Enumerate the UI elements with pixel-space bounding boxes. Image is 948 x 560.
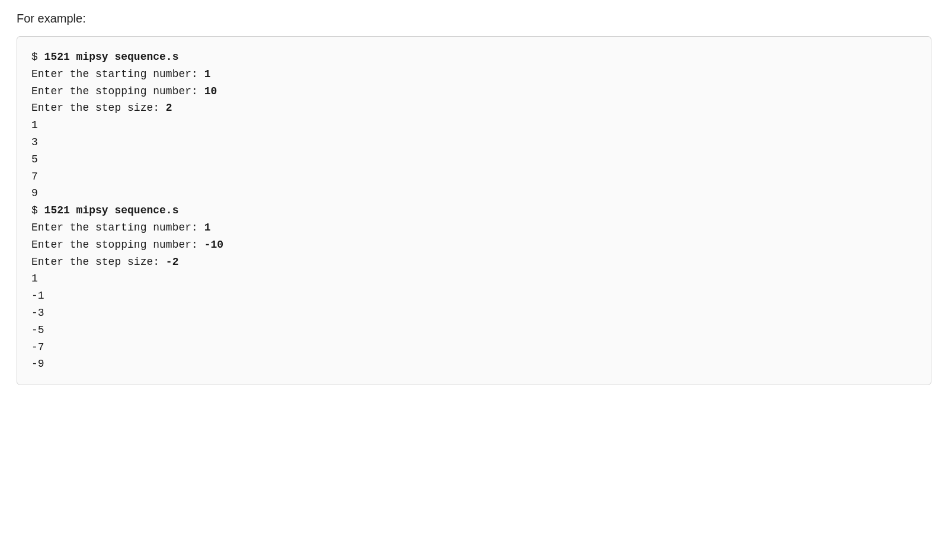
code-line: -1: [31, 287, 917, 305]
code-line: 1: [31, 270, 917, 287]
code-line: Enter the starting number: 1: [31, 219, 917, 236]
code-line: 9: [31, 185, 917, 202]
code-line: -7: [31, 339, 917, 356]
code-line: Enter the starting number: 1: [31, 66, 917, 83]
code-line: $ 1521 mipsy sequence.s: [31, 202, 917, 219]
code-line: -9: [31, 356, 917, 373]
page-intro: For example:: [17, 12, 931, 25]
code-line: Enter the stopping number: -10: [31, 236, 917, 254]
code-line: -3: [31, 305, 917, 322]
code-line: 7: [31, 168, 917, 185]
code-line: 1: [31, 117, 917, 134]
code-line: Enter the stopping number: 10: [31, 83, 917, 100]
code-line: 5: [31, 151, 917, 168]
code-line: 3: [31, 134, 917, 151]
code-line: Enter the step size: -2: [31, 254, 917, 271]
code-line: $ 1521 mipsy sequence.s: [31, 49, 917, 66]
code-line: Enter the step size: 2: [31, 100, 917, 117]
code-line: -5: [31, 322, 917, 339]
code-block: $ 1521 mipsy sequence.sEnter the startin…: [17, 36, 931, 385]
